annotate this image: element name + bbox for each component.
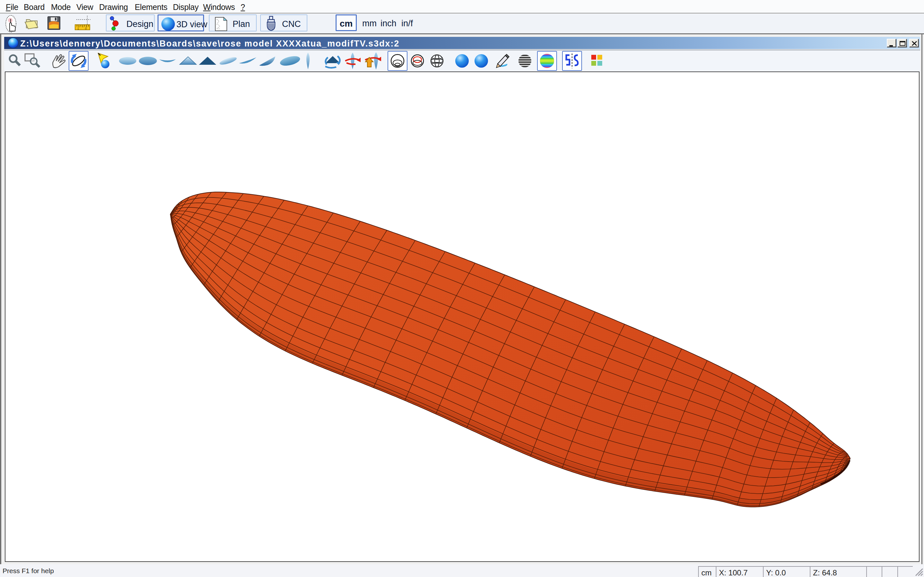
svg-text:1: 1	[78, 27, 79, 30]
svg-text:0: 0	[85, 27, 87, 30]
